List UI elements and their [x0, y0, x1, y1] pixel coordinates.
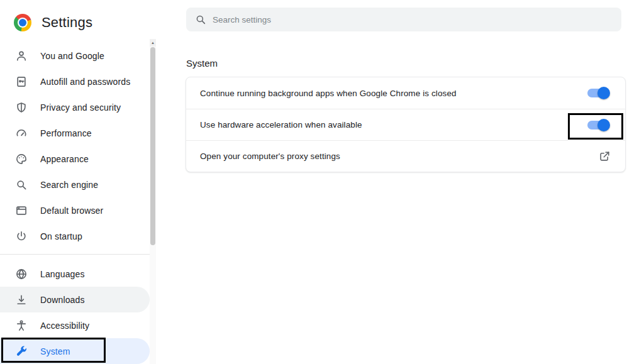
setting-row-proxy[interactable]: Open your computer's proxy settings	[186, 140, 625, 172]
sidebar-item-languages[interactable]: Languages	[0, 261, 150, 287]
setting-row-background-apps: Continue running background apps when Go…	[186, 77, 625, 109]
settings-nav: You and Google Autofill and passwords Pr…	[0, 43, 150, 364]
autofill-icon	[15, 75, 28, 88]
sidebar-item-label: Appearance	[40, 154, 89, 164]
toggle-knob	[597, 87, 610, 99]
sidebar-item-you-and-google[interactable]: You and Google	[0, 43, 150, 69]
download-icon	[15, 294, 28, 306]
page-title: Settings	[42, 14, 92, 31]
sidebar-item-label: On startup	[40, 231, 82, 241]
sidebar-item-label: Autofill and passwords	[40, 77, 130, 87]
speedometer-icon	[15, 127, 28, 140]
search-settings-bar[interactable]	[186, 8, 621, 31]
scrollbar-up-arrow[interactable]: ▲	[150, 39, 156, 47]
search-icon	[15, 179, 28, 191]
sidebar-item-performance[interactable]: Performance	[0, 120, 150, 146]
accessibility-icon	[15, 319, 28, 332]
globe-icon	[15, 268, 28, 280]
background-apps-toggle[interactable]	[587, 89, 608, 97]
setting-label: Use hardware acceleration when available	[200, 120, 362, 130]
sidebar-item-label: Downloads	[40, 295, 85, 305]
hardware-acceleration-toggle[interactable]	[587, 121, 608, 130]
sidebar-item-system[interactable]: System	[0, 338, 150, 364]
setting-row-hardware-acceleration: Use hardware acceleration when available	[186, 109, 625, 140]
chrome-logo-icon	[14, 14, 31, 31]
scrollbar-thumb[interactable]	[150, 47, 155, 245]
sidebar-item-label: System	[40, 346, 70, 356]
sidebar-item-autofill[interactable]: Autofill and passwords	[0, 69, 150, 94]
shield-icon	[15, 101, 28, 114]
open-in-new-icon[interactable]	[597, 150, 611, 163]
sidebar-item-default-browser[interactable]: Default browser	[0, 197, 150, 223]
power-icon	[15, 230, 28, 243]
sidebar-item-on-startup[interactable]: On startup	[0, 223, 150, 249]
sidebar-item-label: Performance	[40, 128, 92, 138]
sidebar-item-appearance[interactable]: Appearance	[0, 146, 150, 172]
setting-label: Open your computer's proxy settings	[200, 152, 340, 161]
sidebar-item-label: Default browser	[40, 206, 103, 216]
wrench-icon	[15, 345, 28, 358]
system-settings-card: Continue running background apps when Go…	[186, 77, 626, 172]
sidebar-item-label: Privacy and security	[40, 102, 121, 113]
sidebar-header: Settings	[0, 0, 156, 35]
sidebar-item-accessibility[interactable]: Accessibility	[0, 312, 150, 338]
toggle-knob	[597, 119, 610, 131]
browser-window-icon	[15, 204, 28, 217]
section-title: System	[186, 58, 218, 69]
sidebar-item-downloads[interactable]: Downloads	[0, 287, 150, 312]
sidebar-item-label: Search engine	[40, 180, 98, 190]
sidebar-item-privacy[interactable]: Privacy and security	[0, 94, 150, 120]
nav-divider	[0, 254, 150, 255]
sidebar-scrollbar[interactable]: ▲	[150, 39, 156, 364]
settings-main: System Continue running background apps …	[156, 0, 644, 364]
search-icon	[195, 14, 206, 25]
sidebar-item-label: Languages	[40, 269, 85, 279]
setting-label: Continue running background apps when Go…	[200, 89, 457, 98]
palette-icon	[15, 153, 28, 165]
sidebar-item-search-engine[interactable]: Search engine	[0, 172, 150, 197]
sidebar-item-label: Accessibility	[40, 321, 89, 331]
sidebar-item-label: You and Google	[40, 51, 104, 61]
settings-sidebar: Settings You and Google Autofill and pas…	[0, 0, 156, 364]
search-settings-input[interactable]	[213, 15, 613, 25]
person-icon	[15, 50, 28, 62]
